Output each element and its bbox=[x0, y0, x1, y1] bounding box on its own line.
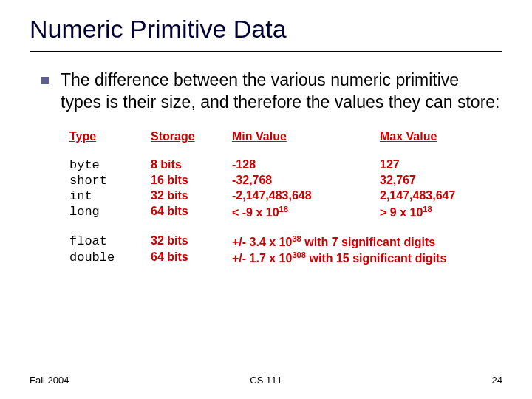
cell-storage: 64 bits bbox=[151, 250, 232, 265]
cell-storage: 16 bits bbox=[151, 174, 232, 188]
cell-storage: 32 bits bbox=[151, 234, 232, 249]
footer-left: Fall 2004 bbox=[30, 375, 69, 386]
cell-min: -32,768 bbox=[232, 174, 380, 188]
table-header-row: Type Storage Min Value Max Value bbox=[69, 130, 502, 143]
table-row: int32 bits-2,147,483,6482,147,483,647 bbox=[69, 189, 502, 203]
bullet-text: The difference between the various numer… bbox=[61, 69, 502, 114]
header-type: Type bbox=[69, 130, 151, 143]
table-row: byte8 bits-128127 bbox=[69, 158, 502, 172]
cell-type: short bbox=[69, 174, 151, 188]
cell-max: 2,147,483,647 bbox=[380, 189, 502, 203]
footer-right: 24 bbox=[492, 375, 502, 386]
cell-type: float bbox=[69, 234, 151, 249]
square-bullet-icon bbox=[41, 77, 49, 84]
cell-range: +/- 1.7 x 10308 with 15 significant digi… bbox=[232, 250, 502, 265]
header-storage: Storage bbox=[151, 130, 232, 143]
cell-type: byte bbox=[69, 158, 151, 172]
cell-type: double bbox=[69, 250, 151, 265]
table-row: float32 bits+/- 3.4 x 1038 with 7 signif… bbox=[69, 234, 502, 249]
cell-type: int bbox=[69, 189, 151, 203]
bullet-item: The difference between the various numer… bbox=[30, 69, 502, 114]
slide-footer: Fall 2004 CS 111 24 bbox=[30, 375, 502, 386]
cell-storage: 8 bits bbox=[151, 158, 232, 172]
type-table: Type Storage Min Value Max Value byte8 b… bbox=[30, 130, 502, 266]
slide-title: Numeric Primitive Data bbox=[30, 15, 502, 52]
cell-storage: 64 bits bbox=[151, 205, 232, 219]
header-min: Min Value bbox=[232, 130, 380, 143]
cell-storage: 32 bits bbox=[151, 189, 232, 203]
cell-range: +/- 3.4 x 1038 with 7 significant digits bbox=[232, 234, 502, 249]
footer-center: CS 111 bbox=[30, 375, 502, 386]
table-row: long64 bits< -9 x 1018> 9 x 1018 bbox=[69, 205, 502, 219]
cell-min: -2,147,483,648 bbox=[232, 189, 380, 203]
table-row: short16 bits-32,76832,767 bbox=[69, 174, 502, 188]
header-max: Max Value bbox=[380, 130, 502, 143]
cell-max: > 9 x 1018 bbox=[380, 205, 502, 219]
cell-max: 127 bbox=[380, 158, 502, 172]
cell-type: long bbox=[69, 205, 151, 219]
cell-min: -128 bbox=[232, 158, 380, 172]
table-row: double64 bits+/- 1.7 x 10308 with 15 sig… bbox=[69, 250, 502, 265]
cell-min: < -9 x 1018 bbox=[232, 205, 380, 219]
cell-max: 32,767 bbox=[380, 174, 502, 188]
